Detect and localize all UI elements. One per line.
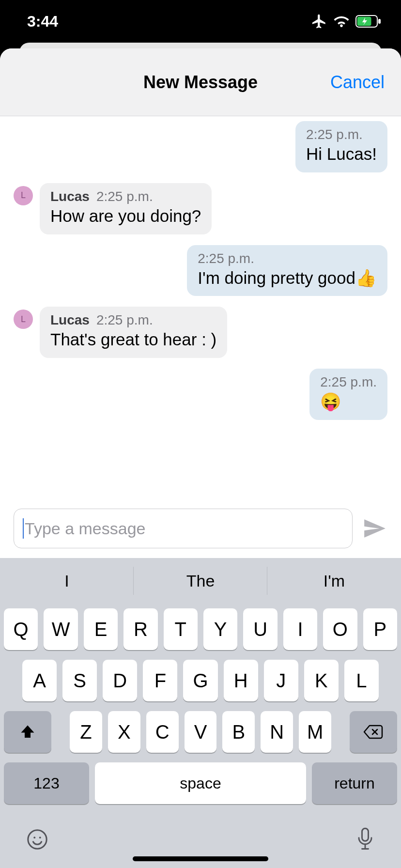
keyboard-suggestions: I The I'm [0, 558, 401, 604]
message-sender: Lucas [50, 189, 90, 204]
key-l[interactable]: L [344, 660, 379, 701]
keyboard-row: A S D F G H J K L [4, 660, 397, 701]
suggestion[interactable]: I'm [267, 558, 401, 604]
messages-list[interactable]: 2:25 p.m. Hi Lucas! L Lucas 2:25 p.m. Ho… [0, 116, 401, 500]
modal-sheet: New Message Cancel 2:25 p.m. Hi Lucas! L… [0, 48, 401, 868]
message-row: L Lucas 2:25 p.m. How are you doing? [14, 183, 387, 234]
message-row: L Lucas 2:25 p.m. That's great to hear :… [14, 307, 387, 358]
status-time: 3:44 [27, 13, 58, 31]
key-space[interactable]: space [95, 762, 306, 804]
key-x[interactable]: X [108, 711, 140, 753]
key-p[interactable]: P [363, 608, 397, 650]
message-bubble-incoming[interactable]: Lucas 2:25 p.m. That's great to hear : ) [40, 307, 227, 358]
message-bubble-outgoing[interactable]: 2:25 p.m. 😝 [309, 369, 387, 420]
page-title: New Message [143, 72, 258, 93]
status-bar: 3:44 [0, 0, 401, 43]
input-placeholder: Type a message [25, 519, 145, 538]
key-r[interactable]: R [123, 608, 157, 650]
emoji-icon [26, 828, 48, 851]
composer: Type a message [0, 500, 401, 558]
keyboard: I The I'm Q W E R T Y U I O P A S D F [0, 558, 401, 868]
suggestion[interactable]: I [0, 558, 134, 604]
suggestion[interactable]: The [134, 558, 267, 604]
key-v[interactable]: V [185, 711, 217, 753]
message-sender: Lucas [50, 312, 90, 328]
emoji-button[interactable] [26, 828, 48, 851]
key-numbers[interactable]: 123 [4, 762, 89, 804]
key-b[interactable]: B [222, 711, 255, 753]
key-d[interactable]: D [103, 660, 137, 701]
status-icons [311, 13, 382, 30]
message-time: 2:25 p.m. [198, 251, 254, 266]
wifi-icon [333, 15, 350, 28]
keyboard-bottom-row [0, 804, 401, 862]
key-a[interactable]: A [22, 660, 57, 701]
backspace-icon [363, 724, 384, 740]
avatar[interactable]: L [14, 186, 33, 205]
message-time: 2:25 p.m. [320, 374, 377, 390]
message-bubble-outgoing[interactable]: 2:25 p.m. I'm doing pretty good👍 [187, 245, 387, 296]
svg-rect-2 [378, 19, 381, 24]
message-text: That's great to hear : ) [50, 329, 216, 350]
key-y[interactable]: Y [203, 608, 237, 650]
message-row: 2:25 p.m. 😝 [14, 369, 387, 420]
key-backspace[interactable] [350, 711, 397, 753]
message-time: 2:25 p.m. [306, 127, 363, 142]
key-n[interactable]: N [261, 711, 293, 753]
svg-point-5 [39, 837, 41, 838]
message-time: 2:25 p.m. [96, 312, 153, 328]
key-j[interactable]: J [264, 660, 298, 701]
key-c[interactable]: C [146, 711, 179, 753]
svg-rect-6 [362, 828, 369, 841]
message-text: How are you doing? [50, 205, 201, 227]
dictation-button[interactable] [355, 827, 375, 852]
key-w[interactable]: W [44, 608, 77, 650]
keyboard-row: Z X C V B N M [4, 711, 397, 753]
keyboard-row: Q W E R T Y U I O P [4, 608, 397, 650]
key-m[interactable]: M [299, 711, 331, 753]
key-e[interactable]: E [84, 608, 118, 650]
key-o[interactable]: O [323, 608, 357, 650]
send-button[interactable] [362, 516, 386, 541]
text-caret [23, 518, 24, 539]
key-z[interactable]: Z [70, 711, 102, 753]
message-text: Hi Lucas! [306, 143, 377, 165]
message-row: 2:25 p.m. Hi Lucas! [14, 121, 387, 172]
shift-icon [19, 723, 36, 741]
svg-point-4 [33, 837, 35, 838]
key-return[interactable]: return [312, 762, 397, 804]
key-h[interactable]: H [224, 660, 258, 701]
svg-point-3 [28, 830, 46, 849]
key-u[interactable]: U [243, 608, 277, 650]
message-text: 😝 [320, 391, 377, 412]
message-input[interactable]: Type a message [14, 509, 353, 548]
key-t[interactable]: T [164, 608, 198, 650]
key-f[interactable]: F [143, 660, 177, 701]
message-row: 2:25 p.m. I'm doing pretty good👍 [14, 245, 387, 296]
cancel-button[interactable]: Cancel [330, 72, 385, 93]
keyboard-row: 123 space return [4, 762, 397, 804]
avatar[interactable]: L [14, 310, 33, 329]
key-k[interactable]: K [304, 660, 339, 701]
home-indicator[interactable] [133, 856, 268, 861]
microphone-icon [355, 827, 375, 852]
key-g[interactable]: G [183, 660, 217, 701]
battery-charging-icon [355, 15, 382, 28]
message-bubble-outgoing[interactable]: 2:25 p.m. Hi Lucas! [295, 121, 387, 172]
message-bubble-incoming[interactable]: Lucas 2:25 p.m. How are you doing? [40, 183, 212, 234]
airplane-mode-icon [311, 13, 327, 30]
message-time: 2:25 p.m. [96, 189, 153, 204]
key-shift[interactable] [4, 711, 51, 753]
key-i[interactable]: I [283, 608, 317, 650]
key-q[interactable]: Q [4, 608, 38, 650]
key-s[interactable]: S [62, 660, 97, 701]
nav-header: New Message Cancel [0, 48, 401, 116]
message-text: I'm doing pretty good👍 [198, 267, 377, 289]
